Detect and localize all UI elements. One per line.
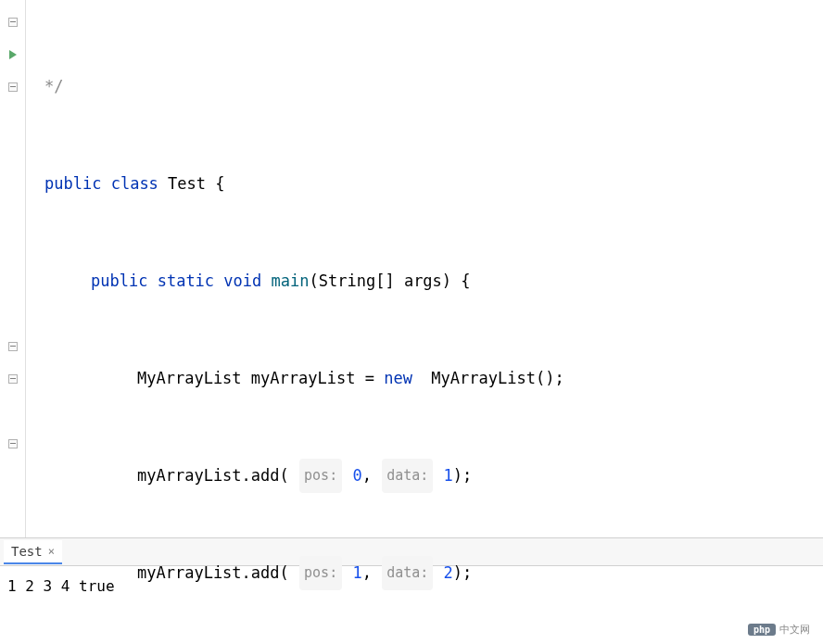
fold-icon[interactable]: [0, 70, 25, 103]
param-hint-data: data:: [382, 459, 433, 493]
fold-icon-end[interactable]: [0, 6, 25, 38]
code-content[interactable]: */ public class Test { public static voi…: [26, 0, 823, 537]
method-add: add: [251, 460, 280, 492]
keyword-public: public: [91, 265, 147, 297]
run-gutter-icon[interactable]: [0, 38, 25, 70]
param-name: args: [404, 265, 442, 297]
fold-icon[interactable]: [0, 427, 25, 460]
tab-test[interactable]: Test ×: [4, 540, 62, 564]
fold-icon[interactable]: [0, 362, 25, 395]
method-add: add: [251, 557, 280, 589]
fold-icon[interactable]: [0, 330, 25, 362]
watermark-text: 中文网: [779, 623, 810, 637]
watermark-badge: php: [748, 624, 776, 636]
number-literal: 1: [444, 460, 453, 492]
var-ref: myArrayList: [137, 460, 242, 492]
watermark: php 中文网: [742, 621, 816, 638]
keyword-static: static: [158, 265, 214, 297]
code-editor[interactable]: */ public class Test { public static voi…: [0, 0, 823, 537]
param-hint-data: data:: [382, 556, 433, 590]
number-literal: 2: [444, 557, 453, 589]
var-type: MyArrayList: [137, 362, 242, 395]
param-type: String[]: [319, 265, 395, 297]
keyword-class: class: [111, 168, 158, 200]
method-main: main: [272, 265, 310, 297]
close-icon[interactable]: ×: [48, 545, 55, 558]
param-hint-pos: pos:: [299, 556, 342, 590]
keyword-new: new: [384, 362, 412, 395]
number-literal: 1: [352, 557, 361, 589]
tab-label: Test: [11, 544, 43, 559]
constructor-call: MyArrayList: [431, 362, 536, 395]
keyword-public: public: [44, 168, 101, 200]
number-literal: 0: [352, 460, 361, 492]
editor-gutter: [0, 0, 26, 537]
param-hint-pos: pos:: [299, 459, 342, 493]
comment-end: */: [44, 70, 63, 103]
keyword-void: void: [223, 265, 261, 297]
class-name: Test: [168, 168, 206, 200]
var-ref: myArrayList: [137, 557, 242, 589]
var-name: myArrayList: [251, 362, 356, 395]
